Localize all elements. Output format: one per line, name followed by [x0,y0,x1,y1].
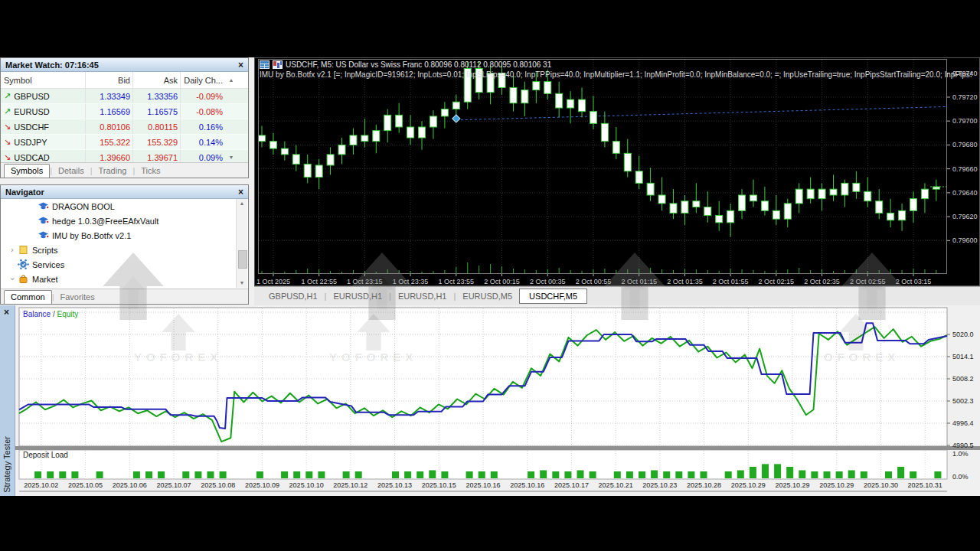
navigator-titlebar: Navigator × [1,185,248,199]
chevron-down-icon[interactable]: › [8,275,17,284]
column-header[interactable]: Daily Ch... [180,72,225,88]
navigator-item-label: hedge 1.0.3@FreeEAfxVault [52,217,158,226]
chart-tab-1[interactable]: EURUSD,H1 [326,289,389,303]
screen: Market Watch: 07:16:45 × SymbolBidAskDai… [0,0,980,551]
navigator-tab-favorites[interactable]: Favorites [54,291,100,304]
navigator-item-imu-by-bo-botfx-v2-1[interactable]: IMU by Bo.Botfx v2.1 [2,228,236,243]
market-watch-panel: Market Watch: 07:16:45 × SymbolBidAskDai… [0,57,249,178]
svg-text:1 Oct 23:55: 1 Oct 23:55 [439,278,475,285]
legend-balance: Balance [23,310,51,318]
symbol-cell: ↗GBPUSD [1,91,85,101]
navigator-item-dragon-bool[interactable]: DRAGON BOOL [2,199,236,214]
navigator-item-scripts[interactable]: ›Scripts [2,243,236,257]
symbol-row[interactable]: ↗GBPUSD1.333491.33356-0.09% [1,89,248,104]
chart-tabbar: GBPUSD,H1|EURUSD,H1|EURUSD,H1|EURUSD,M5U… [254,286,980,305]
symbol-row[interactable]: ↘USDJPY155.322155.3290.14% [1,135,248,150]
navigator-tab-common[interactable]: Common [4,290,52,304]
svg-text:2025.10.16: 2025.10.16 [466,481,500,489]
close-icon[interactable]: × [238,187,243,197]
bid-value: 155.322 [85,135,132,149]
arrow-up-icon: ↗ [4,91,11,101]
svg-text:0.79620: 0.79620 [952,213,978,220]
symbol-row[interactable]: ↗EURUSD1.165691.16575-0.08% [1,104,248,119]
market-watch-tab-trading[interactable]: Trading [93,165,133,178]
navigator-item-services[interactable]: Services [2,257,236,272]
svg-text:2025.10.07: 2025.10.07 [156,481,191,489]
symbol-cell: ↘USDCAD [1,152,85,162]
chart-tab-4[interactable]: USDCHF,M5 [519,289,587,304]
chevron-right-icon[interactable]: › [8,246,17,254]
column-header[interactable]: Ask [132,72,180,88]
svg-text:0.79640: 0.79640 [952,189,978,197]
svg-text:2 Oct 01:15: 2 Oct 01:15 [621,278,657,285]
svg-text:5008.2: 5008.2 [952,375,974,383]
services-icon [17,259,29,269]
scripts-icon [17,245,29,255]
navigator-item-label: Market [32,275,58,284]
ask-value: 1.33356 [132,89,180,103]
ea-parameters-line: IMU by Bo.Botfx v2.1 [=; InpMagicID=9196… [260,70,972,79]
navigator-item-hedge-1-0-3-freeeafxvault[interactable]: hedge 1.0.3@FreeEAfxVault [2,214,236,228]
svg-text:2025.10.02: 2025.10.02 [24,481,58,489]
scroll-up-icon[interactable]: ▲ [225,77,237,83]
svg-text:2025.10.06: 2025.10.06 [113,481,147,489]
navigator-tree: DRAGON BOOLhedge 1.0.3@FreeEAfxVaultIMU … [2,199,236,288]
chart-tab-0[interactable]: GBPUSD,H1 [262,289,325,303]
chart-tab-3[interactable]: EURUSD,M5 [456,289,519,303]
navigator-tabstrip: Common|Favorites [1,289,248,304]
market-icon [17,274,29,284]
svg-text:2025.10.30: 2025.10.30 [864,481,898,489]
market-watch-table: ↗GBPUSD1.333491.33356-0.09%↗EURUSD1.1656… [1,89,248,165]
close-icon[interactable]: × [4,308,9,317]
ask-value: 0.80115 [132,119,180,134]
bid-value: 0.80106 [85,119,132,134]
column-header[interactable]: Bid [85,72,132,88]
daily-change-value: -0.08% [180,104,225,119]
svg-text:2 Oct 03:15: 2 Oct 03:15 [896,278,932,285]
market-watch-tab-ticks[interactable]: Ticks [135,165,166,178]
svg-text:4990.5: 4990.5 [952,442,974,449]
ea-icon [37,216,49,226]
chart-tab-2[interactable]: EURUSD,H1 [391,289,454,303]
svg-text:1 Oct 22:55: 1 Oct 22:55 [301,278,337,285]
daily-change-value: 0.16% [180,119,225,134]
symbol-cell: ↘USDJPY [1,137,85,147]
bid-value: 1.33349 [85,89,132,103]
navigator-item-label: DRAGON BOOL [52,202,115,211]
svg-text:1 Oct 23:35: 1 Oct 23:35 [393,278,429,285]
market-watch-tab-symbols[interactable]: Symbols [4,164,50,178]
svg-text:2025.10.31: 2025.10.31 [908,481,942,489]
navigator-item-label: IMU by Bo.Botfx v2.1 [52,231,131,240]
svg-text:2025.10.15: 2025.10.15 [422,481,456,489]
navigator-item-market[interactable]: ›Market [2,272,236,286]
symbol-row[interactable]: ↘USDCHF0.801060.801150.16% [1,119,248,135]
tester-strip-label: Strategy Tester [2,436,11,493]
svg-text:0.79700: 0.79700 [952,117,978,125]
candlestick-chart[interactable]: 0.797400.797200.797000.796800.796600.796… [255,58,979,285]
svg-text:1 Oct 2025: 1 Oct 2025 [256,278,290,285]
chart-window[interactable]: 0.797400.797200.797000.796800.796600.796… [254,57,980,286]
tester-side-strip[interactable]: × Strategy Tester [0,305,15,496]
navigator-scrollbar[interactable]: ▲ ▼ [236,199,247,288]
column-header[interactable]: Symbol [1,76,85,85]
scroll-down-icon[interactable]: ▼ [237,279,247,288]
svg-text:2025.10.29: 2025.10.29 [819,481,854,489]
balance-equity-legend: Balance / Equity [23,310,78,318]
svg-text:5014.1: 5014.1 [952,353,974,360]
svg-text:0.79600: 0.79600 [952,236,978,244]
deposit-load-label: Deposit Load [23,451,68,459]
market-watch-tab-details[interactable]: Details [52,165,90,178]
grid-icon [260,60,270,69]
scroll-down-icon[interactable]: ▼ [225,155,237,160]
svg-text:1.0%: 1.0% [952,450,969,458]
arrow-down-icon: ↘ [4,122,11,132]
symbol-name: EURUSD [14,107,49,116]
svg-text:2025.10.13: 2025.10.13 [377,481,412,489]
arrow-up-icon: ↗ [4,106,11,116]
market-watch-header: SymbolBidAskDaily Ch...▲ [1,72,248,89]
scroll-up-icon[interactable]: ▲ [237,199,247,208]
close-icon[interactable]: × [238,60,243,70]
svg-text:2025.10.16: 2025.10.16 [510,481,544,489]
svg-text:2 Oct 01:55: 2 Oct 01:55 [713,278,749,285]
scrollbar-thumb[interactable] [238,250,247,269]
